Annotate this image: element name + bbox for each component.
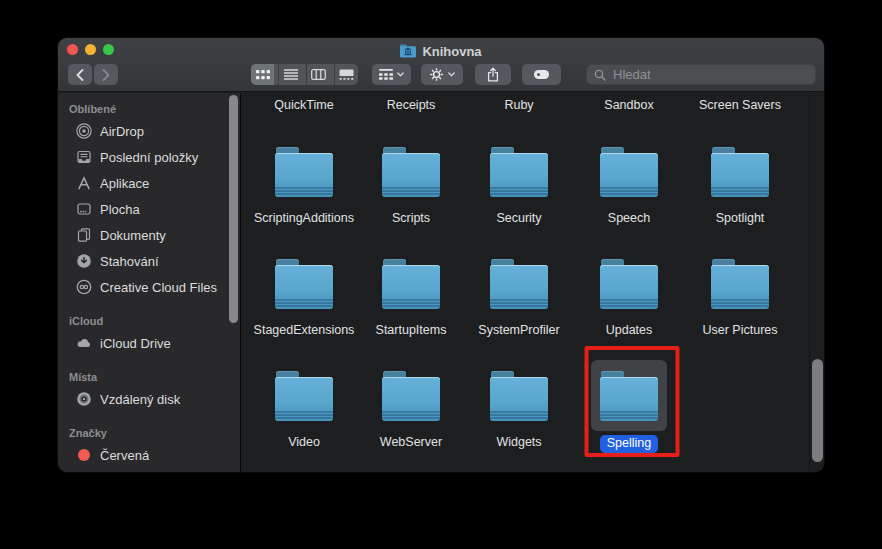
sidebar-item-label: AirDrop xyxy=(100,124,144,139)
folder-item-scripts[interactable]: Scripts xyxy=(359,147,463,226)
sidebar-item-vzdaleny-disk[interactable]: Vzdálený disk xyxy=(58,386,240,412)
folder-icon xyxy=(490,259,548,309)
folder-item-startupitems[interactable]: StartupItems xyxy=(359,259,463,338)
gallery-view-button[interactable] xyxy=(334,64,358,85)
folder-item-stagedextensions[interactable]: StagedExtensions xyxy=(252,259,356,338)
folder-icon xyxy=(275,259,333,309)
folder-icon xyxy=(600,371,658,421)
folder-label: Receipts xyxy=(387,98,436,113)
folder-icon xyxy=(490,147,548,197)
sidebar-item-label: Poslední položky xyxy=(100,150,198,165)
folder-label: Security xyxy=(496,211,541,226)
folder-label: Scripts xyxy=(392,211,430,226)
folder-label: StagedExtensions xyxy=(254,323,355,338)
list-view-button[interactable] xyxy=(278,64,302,85)
gear-icon xyxy=(429,67,444,82)
search-icon xyxy=(594,69,606,81)
share-button[interactable] xyxy=(475,64,511,85)
folder-body xyxy=(490,377,548,421)
sidebar-section-icloud: iCloudiCloud Drive xyxy=(58,313,240,356)
folder-item-user-pictures[interactable]: User Pictures xyxy=(688,259,792,338)
sidebar-item-plocha[interactable]: Plocha xyxy=(58,196,240,222)
folder-item-video[interactable]: Video xyxy=(252,371,356,450)
icloud-icon xyxy=(75,335,92,352)
folder-icon xyxy=(382,259,440,309)
folder-body xyxy=(275,265,333,309)
folder-item-scriptingadditions[interactable]: ScriptingAdditions xyxy=(252,147,356,226)
folder-body xyxy=(600,153,658,197)
sidebar: OblíbenéAirDropPoslední položkyAplikaceP… xyxy=(58,93,241,472)
sidebar-item-creative-cloud-files[interactable]: Creative Cloud Files xyxy=(58,274,240,300)
sidebar-item-oranzova[interactable]: Oranžová xyxy=(58,468,240,472)
window-title: Knihovna xyxy=(422,44,481,59)
folder-label: Speech xyxy=(608,211,650,226)
sidebar-item-posledni-polozky[interactable]: Poslední položky xyxy=(58,144,240,170)
finder-window: Knihovna xyxy=(57,37,825,473)
library-folder-icon xyxy=(400,44,416,58)
recents-icon xyxy=(75,149,92,166)
folder-icon xyxy=(600,259,658,309)
folder-label: StartupItems xyxy=(376,323,447,338)
remote-disc-icon xyxy=(75,391,92,408)
folder-item-sandbox[interactable]: Sandbox xyxy=(577,98,681,113)
sidebar-section-title: Oblíbené xyxy=(58,101,240,118)
folder-body xyxy=(275,153,333,197)
chevron-down-icon xyxy=(448,72,455,77)
folder-item-receipts[interactable]: Receipts xyxy=(359,98,463,113)
folder-label: User Pictures xyxy=(702,323,777,338)
airdrop-icon xyxy=(75,123,92,140)
folder-label: Spotlight xyxy=(716,211,765,226)
folder-icon xyxy=(711,259,769,309)
sidebar-item-stahovani[interactable]: Stahování xyxy=(58,248,240,274)
sidebar-item-label: Creative Cloud Files xyxy=(100,280,217,295)
back-button[interactable] xyxy=(68,64,92,85)
folder-item-spelling[interactable]: Spelling xyxy=(577,371,681,453)
window-title-row: Knihovna xyxy=(58,41,824,61)
folder-icon xyxy=(600,147,658,197)
sidebar-item-airdrop[interactable]: AirDrop xyxy=(58,118,240,144)
search-input[interactable] xyxy=(611,66,808,83)
sidebar-item-icloud-drive[interactable]: iCloud Drive xyxy=(58,330,240,356)
folder-item-security[interactable]: Security xyxy=(467,147,571,226)
icon-view-button[interactable] xyxy=(251,64,274,85)
sidebar-section-title: Místa xyxy=(58,369,240,386)
group-button[interactable] xyxy=(372,64,411,85)
folder-icon xyxy=(275,147,333,197)
desktop-icon xyxy=(75,201,92,218)
sidebar-section-title: Značky xyxy=(58,425,240,442)
folder-item-systemprofiler[interactable]: SystemProfiler xyxy=(467,259,571,338)
column-view-button[interactable] xyxy=(306,64,330,85)
sidebar-scrollbar[interactable] xyxy=(229,95,238,323)
sidebar-section-oblibene: OblíbenéAirDropPoslední položkyAplikaceP… xyxy=(58,101,240,300)
folder-body xyxy=(490,153,548,197)
folder-item-ruby[interactable]: Ruby xyxy=(467,98,571,113)
folder-label: QuickTime xyxy=(274,98,333,113)
folder-body xyxy=(490,265,548,309)
sidebar-item-label: Dokumenty xyxy=(100,228,166,243)
search-field[interactable] xyxy=(586,64,816,85)
folder-item-spotlight[interactable]: Spotlight xyxy=(688,147,792,226)
documents-icon xyxy=(75,227,92,244)
sidebar-item-cervena[interactable]: Červená xyxy=(58,442,240,468)
folder-label: Widgets xyxy=(496,435,541,450)
folder-body xyxy=(600,265,658,309)
folder-item-webserver[interactable]: WebServer xyxy=(359,371,463,450)
folder-item-screen-savers[interactable]: Screen Savers xyxy=(688,98,792,113)
folder-icon xyxy=(275,371,333,421)
folder-item-updates[interactable]: Updates xyxy=(577,259,681,338)
action-menu-button[interactable] xyxy=(421,64,463,85)
folder-label: Spelling xyxy=(600,435,658,453)
sidebar-item-aplikace[interactable]: Aplikace xyxy=(58,170,240,196)
main-scrollbar[interactable] xyxy=(812,359,823,462)
titlebar[interactable]: Knihovna xyxy=(58,38,824,92)
folder-item-speech[interactable]: Speech xyxy=(577,147,681,226)
tag-button[interactable] xyxy=(522,64,561,85)
folder-item-quicktime[interactable]: QuickTime xyxy=(252,98,356,113)
chevron-down-icon xyxy=(397,72,404,77)
sidebar-item-dokumenty[interactable]: Dokumenty xyxy=(58,222,240,248)
forward-button[interactable] xyxy=(94,64,118,85)
applications-icon xyxy=(75,175,92,192)
folder-icon xyxy=(490,371,548,421)
folder-item-widgets[interactable]: Widgets xyxy=(467,371,571,450)
folder-body xyxy=(711,153,769,197)
